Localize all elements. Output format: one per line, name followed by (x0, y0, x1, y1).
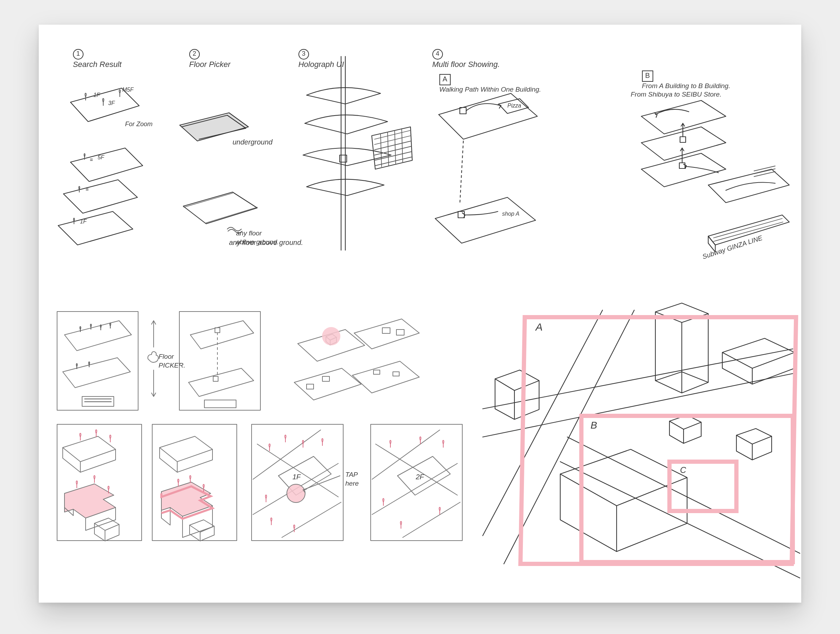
svg-line-90 (282, 502, 341, 538)
svg-line-88 (253, 430, 321, 479)
pin-label-1f: 1F (93, 92, 100, 98)
svg-marker-73 (63, 436, 115, 462)
svg-rect-71 (393, 372, 399, 376)
svg-line-103 (483, 310, 603, 536)
label-shopA: shop A (502, 211, 519, 217)
svg-rect-54 (215, 328, 220, 333)
row2-iso-map (292, 314, 433, 412)
svg-line-39 (754, 172, 775, 177)
label-pizza: Pizza (507, 103, 521, 109)
heading-4-num: 4 (432, 49, 443, 60)
svg-line-98 (372, 463, 457, 514)
paper-canvas: 1 Search Result 2 Floor Picker 3 Hologra… (39, 25, 801, 602)
svg-rect-34 (679, 163, 685, 168)
label-tap-here: TAP here (345, 471, 359, 488)
big-frame-a: A (535, 321, 543, 333)
heading-2-num: 2 (189, 49, 200, 60)
svg-line-18 (375, 157, 412, 166)
svg-marker-12 (372, 127, 412, 169)
svg-marker-23 (439, 93, 537, 139)
svg-marker-27 (435, 198, 535, 243)
svg-marker-5 (58, 212, 133, 245)
heading-2: 2 Floor Picker (176, 39, 231, 80)
sketch-floor-picker: underground any floor above ground. (169, 106, 286, 275)
label-any-floor-text: any floor above ground. (236, 229, 279, 246)
svg-rect-31 (680, 137, 686, 142)
heading-1-num: 1 (73, 49, 84, 60)
svg-line-26 (460, 141, 463, 204)
svg-rect-57 (213, 376, 218, 381)
svg-line-101 (483, 349, 793, 409)
svg-marker-112 (495, 370, 539, 391)
row2-tile-1 (56, 310, 140, 412)
sketch-search-result: 1F M5F 3F For Zoom ≡ 5F ≡ 1F (58, 67, 164, 285)
label-2f: 2F (415, 473, 425, 481)
big-frame-c: C (680, 465, 686, 475)
svg-marker-1 (71, 148, 143, 182)
svg-rect-70 (374, 370, 380, 374)
row2-tile-2 (178, 310, 262, 412)
pin-label-m5f: M5F (122, 87, 134, 93)
svg-rect-95 (371, 424, 462, 541)
row3-tile-4: 2F (369, 423, 464, 543)
svg-line-99 (403, 502, 460, 538)
svg-marker-45 (65, 321, 131, 351)
row3-tile-2 (151, 423, 239, 543)
svg-line-22 (402, 129, 403, 163)
svg-rect-47 (82, 397, 114, 406)
svg-line-15 (374, 141, 411, 150)
svg-line-19 (381, 134, 382, 167)
subhead-a-tag: A (439, 74, 451, 85)
svg-line-21 (395, 130, 396, 164)
svg-marker-30 (641, 127, 726, 160)
svg-marker-46 (63, 358, 130, 388)
svg-marker-36 (708, 169, 789, 202)
svg-line-38 (754, 169, 775, 174)
sketch-holograph (286, 53, 419, 264)
svg-rect-86 (251, 424, 343, 541)
svg-line-16 (374, 146, 412, 155)
svg-rect-66 (382, 328, 390, 334)
svg-line-14 (374, 136, 411, 144)
svg-line-20 (388, 132, 388, 165)
svg-text:≡: ≡ (85, 186, 89, 192)
svg-marker-29 (641, 100, 726, 134)
svg-text:≡: ≡ (90, 157, 93, 163)
svg-line-37 (754, 166, 775, 171)
stack-label-1f: 1F (80, 218, 87, 225)
row3-tile-1 (56, 423, 144, 543)
heading-2-text: Floor Picker (189, 60, 231, 69)
svg-point-65 (322, 327, 340, 345)
svg-marker-33 (641, 153, 726, 187)
svg-rect-69 (306, 384, 314, 389)
svg-rect-67 (396, 329, 404, 335)
svg-rect-58 (204, 400, 236, 408)
big-frame-b: B (591, 420, 597, 431)
svg-line-102 (483, 373, 793, 437)
svg-marker-56 (188, 368, 254, 397)
svg-rect-122 (669, 462, 736, 511)
svg-marker-53 (190, 321, 254, 349)
stack-label-5f: 5F (98, 154, 105, 160)
svg-line-96 (376, 444, 457, 495)
svg-marker-116 (736, 428, 772, 444)
svg-marker-61 (294, 368, 361, 400)
svg-rect-68 (322, 376, 330, 381)
svg-marker-62 (352, 361, 419, 393)
big-iso-view: A B C (483, 303, 804, 578)
label-for-zoom: For Zoom (125, 120, 153, 128)
svg-marker-3 (63, 180, 137, 213)
svg-rect-72 (57, 424, 142, 541)
svg-marker-110 (722, 338, 794, 368)
label-underground: underground (232, 138, 273, 146)
pin-label-3f: 3F (108, 100, 115, 106)
svg-line-97 (372, 430, 440, 479)
subhead-b-tag: B (642, 71, 653, 82)
svg-line-13 (374, 130, 411, 139)
svg-marker-0 (71, 88, 139, 122)
svg-rect-120 (520, 317, 796, 564)
stage: 1 Search Result 2 Floor Picker 3 Hologra… (0, 0, 840, 634)
row3-tile-3: 1F (250, 423, 345, 543)
svg-line-17 (374, 152, 412, 160)
sketch-walking-path: Pizza shop A (419, 88, 560, 271)
